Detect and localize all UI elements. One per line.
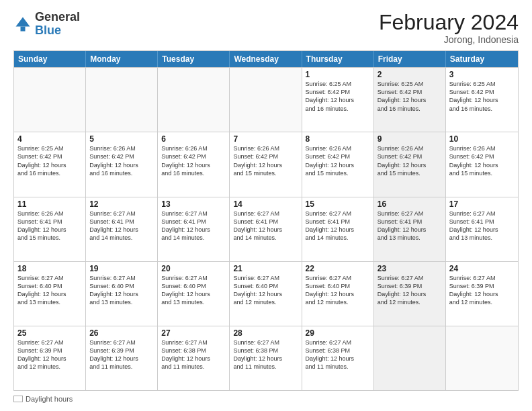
cell-info: Sunrise: 6:27 AMSunset: 6:41 PMDaylight:… [449, 210, 515, 242]
day-number: 8 [306, 134, 370, 144]
daylight-swatch [13, 396, 23, 402]
cal-cell: 17Sunrise: 6:27 AMSunset: 6:41 PMDayligh… [446, 197, 518, 261]
svg-marker-0 [16, 17, 30, 26]
cal-cell: 7Sunrise: 6:26 AMSunset: 6:42 PMDaylight… [230, 132, 302, 196]
day-number: 15 [306, 199, 370, 209]
logo-general-text: General [35, 10, 80, 24]
cell-info: Sunrise: 6:27 AMSunset: 6:39 PMDaylight:… [378, 274, 442, 307]
cal-cell: 23Sunrise: 6:27 AMSunset: 6:39 PMDayligh… [374, 262, 446, 326]
cell-info: Sunrise: 6:27 AMSunset: 6:38 PMDaylight:… [306, 338, 370, 371]
day-number: 25 [17, 328, 82, 338]
header-cell-tuesday: Tuesday [158, 51, 230, 67]
day-number: 20 [161, 264, 226, 273]
day-number: 18 [17, 264, 82, 273]
day-number: 24 [449, 264, 515, 273]
cal-cell: 2Sunrise: 6:25 AMSunset: 6:42 PMDaylight… [374, 68, 446, 132]
cal-cell: 1Sunrise: 6:25 AMSunset: 6:42 PMDaylight… [302, 68, 374, 132]
header-cell-sunday: Sunday [14, 51, 86, 67]
location-subtitle: Jorong, Indonesia [379, 34, 519, 45]
cal-cell: 5Sunrise: 6:26 AMSunset: 6:42 PMDaylight… [86, 132, 158, 196]
cell-info: Sunrise: 6:27 AMSunset: 6:39 PMDaylight:… [449, 274, 515, 307]
day-number: 12 [89, 199, 154, 209]
cal-cell: 9Sunrise: 6:26 AMSunset: 6:42 PMDaylight… [374, 132, 446, 196]
day-number: 7 [233, 134, 298, 144]
cal-cell: 12Sunrise: 6:27 AMSunset: 6:41 PMDayligh… [86, 197, 158, 261]
cell-info: Sunrise: 6:27 AMSunset: 6:39 PMDaylight:… [17, 338, 82, 371]
cell-info: Sunrise: 6:27 AMSunset: 6:38 PMDaylight:… [233, 338, 298, 371]
day-number: 13 [161, 199, 226, 209]
cell-info: Sunrise: 6:27 AMSunset: 6:41 PMDaylight:… [306, 210, 370, 242]
logo-blue-text: Blue [35, 24, 61, 37]
cal-cell: 19Sunrise: 6:27 AMSunset: 6:40 PMDayligh… [86, 262, 158, 326]
day-number: 2 [378, 70, 442, 79]
title-block: February 2024 Jorong, Indonesia [379, 11, 519, 45]
page: General Blue February 2024 Jorong, Indon… [0, 0, 532, 411]
cell-info: Sunrise: 6:26 AMSunset: 6:41 PMDaylight:… [17, 210, 82, 242]
cal-cell [230, 68, 302, 132]
header-cell-friday: Friday [374, 51, 446, 67]
cal-cell: 18Sunrise: 6:27 AMSunset: 6:40 PMDayligh… [14, 262, 86, 326]
cell-info: Sunrise: 6:27 AMSunset: 6:40 PMDaylight:… [161, 274, 226, 307]
cal-cell: 24Sunrise: 6:27 AMSunset: 6:39 PMDayligh… [446, 262, 518, 326]
cal-cell: 14Sunrise: 6:27 AMSunset: 6:41 PMDayligh… [230, 197, 302, 261]
cal-cell: 20Sunrise: 6:27 AMSunset: 6:40 PMDayligh… [158, 262, 230, 326]
day-number: 22 [306, 264, 370, 273]
cal-cell: 16Sunrise: 6:27 AMSunset: 6:41 PMDayligh… [374, 197, 446, 261]
cell-info: Sunrise: 6:27 AMSunset: 6:41 PMDaylight:… [89, 210, 154, 242]
cell-info: Sunrise: 6:25 AMSunset: 6:42 PMDaylight:… [449, 80, 515, 113]
cal-cell [374, 326, 446, 390]
day-number: 10 [449, 134, 515, 144]
cell-info: Sunrise: 6:27 AMSunset: 6:41 PMDaylight:… [233, 210, 298, 242]
cal-cell: 15Sunrise: 6:27 AMSunset: 6:41 PMDayligh… [302, 197, 374, 261]
logo: General Blue [13, 11, 80, 38]
cal-cell: 3Sunrise: 6:25 AMSunset: 6:42 PMDaylight… [446, 68, 518, 132]
cal-cell [14, 68, 86, 132]
day-number: 28 [233, 328, 298, 338]
cell-info: Sunrise: 6:25 AMSunset: 6:42 PMDaylight:… [378, 80, 442, 113]
week-row-3: 11Sunrise: 6:26 AMSunset: 6:41 PMDayligh… [14, 197, 518, 261]
week-row-5: 25Sunrise: 6:27 AMSunset: 6:39 PMDayligh… [14, 326, 518, 390]
header-cell-thursday: Thursday [302, 51, 374, 67]
cell-info: Sunrise: 6:25 AMSunset: 6:42 PMDaylight:… [306, 80, 370, 113]
daylight-label: Daylight hours [26, 395, 73, 403]
cell-info: Sunrise: 6:27 AMSunset: 6:40 PMDaylight:… [306, 274, 370, 307]
month-title: February 2024 [379, 11, 519, 34]
cal-cell: 26Sunrise: 6:27 AMSunset: 6:39 PMDayligh… [86, 326, 158, 390]
cell-info: Sunrise: 6:25 AMSunset: 6:42 PMDaylight:… [17, 144, 82, 177]
day-number: 11 [17, 199, 82, 209]
cell-info: Sunrise: 6:26 AMSunset: 6:42 PMDaylight:… [306, 144, 370, 177]
cal-cell: 25Sunrise: 6:27 AMSunset: 6:39 PMDayligh… [14, 326, 86, 390]
day-number: 16 [378, 199, 442, 209]
cal-cell: 11Sunrise: 6:26 AMSunset: 6:41 PMDayligh… [14, 197, 86, 261]
cal-cell [446, 326, 518, 390]
cal-cell: 4Sunrise: 6:25 AMSunset: 6:42 PMDaylight… [14, 132, 86, 196]
cal-cell: 27Sunrise: 6:27 AMSunset: 6:38 PMDayligh… [158, 326, 230, 390]
cell-info: Sunrise: 6:27 AMSunset: 6:40 PMDaylight:… [17, 274, 82, 307]
day-number: 27 [161, 328, 226, 338]
day-number: 14 [233, 199, 298, 209]
day-number: 5 [89, 134, 154, 144]
cal-cell: 21Sunrise: 6:27 AMSunset: 6:40 PMDayligh… [230, 262, 302, 326]
calendar: SundayMondayTuesdayWednesdayThursdayFrid… [13, 50, 519, 391]
cal-cell [86, 68, 158, 132]
day-number: 23 [378, 264, 442, 273]
calendar-body: 1Sunrise: 6:25 AMSunset: 6:42 PMDaylight… [14, 67, 518, 390]
cell-info: Sunrise: 6:27 AMSunset: 6:41 PMDaylight:… [378, 210, 442, 242]
day-number: 9 [378, 134, 442, 144]
cal-cell: 10Sunrise: 6:26 AMSunset: 6:42 PMDayligh… [446, 132, 518, 196]
day-number: 1 [306, 70, 370, 79]
week-row-1: 1Sunrise: 6:25 AMSunset: 6:42 PMDaylight… [14, 67, 518, 132]
header-cell-monday: Monday [86, 51, 158, 67]
cal-cell: 13Sunrise: 6:27 AMSunset: 6:41 PMDayligh… [158, 197, 230, 261]
day-number: 19 [89, 264, 154, 273]
cal-cell: 29Sunrise: 6:27 AMSunset: 6:38 PMDayligh… [302, 326, 374, 390]
cal-cell: 8Sunrise: 6:26 AMSunset: 6:42 PMDaylight… [302, 132, 374, 196]
day-number: 29 [306, 328, 370, 338]
logo-icon [13, 15, 32, 34]
week-row-4: 18Sunrise: 6:27 AMSunset: 6:40 PMDayligh… [14, 261, 518, 326]
day-number: 21 [233, 264, 298, 273]
day-number: 3 [449, 70, 515, 79]
cell-info: Sunrise: 6:27 AMSunset: 6:41 PMDaylight:… [161, 210, 226, 242]
calendar-header-row: SundayMondayTuesdayWednesdayThursdayFrid… [14, 51, 518, 67]
cell-info: Sunrise: 6:26 AMSunset: 6:42 PMDaylight:… [378, 144, 442, 177]
